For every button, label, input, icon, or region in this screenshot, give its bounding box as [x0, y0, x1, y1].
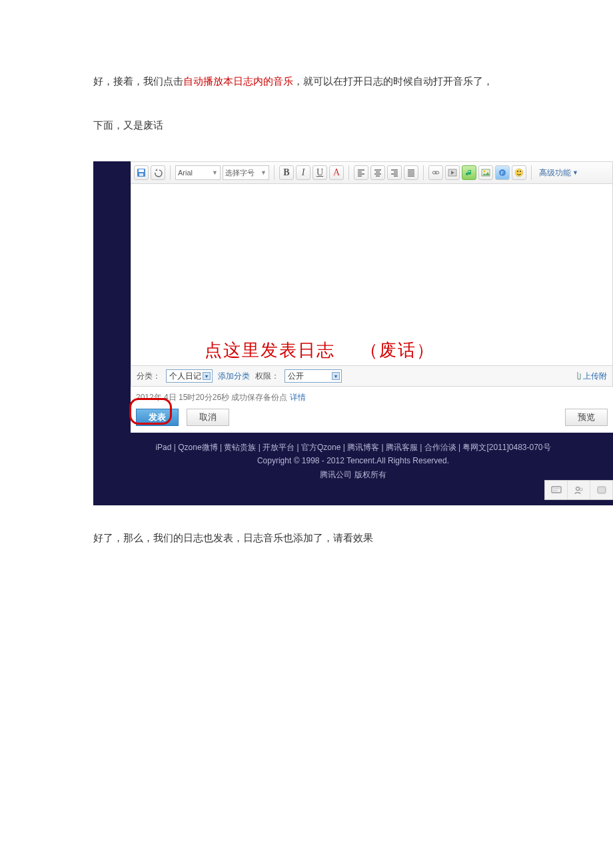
italic-button[interactable]: I: [296, 165, 310, 180]
svg-point-15: [580, 488, 582, 491]
music-icon[interactable]: [462, 165, 476, 180]
text: 好，接着，我们点击: [93, 75, 183, 87]
button-row: 发表 取消 预览: [131, 403, 613, 431]
underline-button[interactable]: U: [312, 165, 327, 180]
font-color-button[interactable]: A: [329, 165, 344, 180]
embedded-screenshot: Arial▼ 选择字号▼ B I U A F: [93, 161, 613, 505]
footer-copyright: Copyright © 1998 - 2012 Tencent.All Righ…: [99, 454, 608, 467]
upload-attachment-link[interactable]: 上传附: [574, 371, 607, 382]
permission-select[interactable]: 公开▾: [285, 369, 342, 383]
svg-point-10: [515, 169, 523, 177]
preview-button[interactable]: 预览: [565, 409, 608, 426]
svg-point-11: [517, 171, 518, 172]
text: ，就可以在打开日志的时候自动打开音乐了，: [293, 75, 493, 87]
flash-icon[interactable]: F: [495, 165, 510, 180]
advanced-link[interactable]: 高级功能 ▼: [539, 167, 578, 179]
paperclip-icon: [574, 371, 581, 381]
align-left-icon[interactable]: [354, 165, 368, 180]
editor-toolbar: Arial▼ 选择字号▼ B I U A F: [131, 161, 613, 184]
cancel-button[interactable]: 取消: [187, 409, 229, 426]
footer-company: 腾讯公司 版权所有: [99, 468, 608, 481]
align-right-icon[interactable]: [387, 165, 402, 180]
autosave-detail-link[interactable]: 详情: [290, 393, 306, 402]
contacts-icon[interactable]: [568, 481, 590, 499]
highlighted-text: 自动播放本日志内的音乐: [183, 75, 293, 87]
align-center-icon[interactable]: [370, 165, 385, 180]
svg-rect-16: [598, 487, 606, 493]
quick-icon[interactable]: [590, 481, 613, 499]
paragraph-1: 好，接着，我们点击自动播放本日志内的音乐，就可以在打开日志的时候自动打开音乐了，: [93, 73, 613, 89]
font-size-select[interactable]: 选择字号▼: [223, 165, 269, 180]
align-justify-icon[interactable]: [404, 165, 418, 180]
image-icon[interactable]: [478, 165, 493, 180]
paragraph-2: 下面，又是废话: [93, 117, 613, 133]
footer-links[interactable]: iPad | Qzone微博 | 黄钻贵族 | 开放平台 | 官方Qzone |…: [99, 441, 608, 454]
message-icon[interactable]: [545, 481, 568, 499]
paragraph-3: 好了，那么，我们的日志也发表，日志音乐也添加了，请看效果: [93, 532, 613, 545]
add-category-link[interactable]: 添加分类: [218, 371, 250, 382]
svg-rect-1: [139, 169, 144, 172]
svg-point-4: [435, 171, 439, 174]
autosave-row: 2012年 4日 15时20分26秒 成功保存备份点 详情: [131, 387, 613, 403]
svg-point-12: [520, 171, 521, 172]
svg-point-14: [576, 487, 579, 491]
svg-rect-13: [552, 487, 561, 493]
editor-body[interactable]: 点这里发表日志（废话）: [131, 184, 613, 365]
category-select[interactable]: 个人日记▾: [166, 369, 213, 383]
svg-point-7: [484, 171, 485, 172]
permission-label: 权限：: [255, 371, 279, 382]
publish-button[interactable]: 发表: [136, 409, 179, 426]
undo-icon[interactable]: [151, 165, 165, 180]
emoji-icon[interactable]: [512, 165, 526, 180]
autosave-text: 2012年 4日 15时20分26秒 成功保存备份点: [136, 393, 287, 402]
bold-button[interactable]: B: [279, 165, 294, 180]
font-family-value: Arial: [178, 169, 193, 177]
font-family-select[interactable]: Arial▼: [175, 165, 221, 180]
category-row: 分类： 个人日记▾ 添加分类 权限： 公开▾ 上传附: [131, 365, 613, 387]
video-icon[interactable]: [445, 165, 460, 180]
category-label: 分类：: [137, 371, 161, 382]
page-footer: iPad | Qzone微博 | 黄钻贵族 | 开放平台 | 官方Qzone |…: [93, 433, 613, 505]
font-size-placeholder: 选择字号: [225, 168, 255, 178]
save-icon[interactable]: [134, 165, 149, 180]
svg-rect-2: [139, 173, 143, 176]
quick-toolbar: [544, 480, 613, 500]
handwritten-annotation: 点这里发表日志（废话）: [205, 339, 435, 362]
svg-text:F: F: [501, 171, 504, 175]
link-icon[interactable]: [428, 165, 443, 180]
